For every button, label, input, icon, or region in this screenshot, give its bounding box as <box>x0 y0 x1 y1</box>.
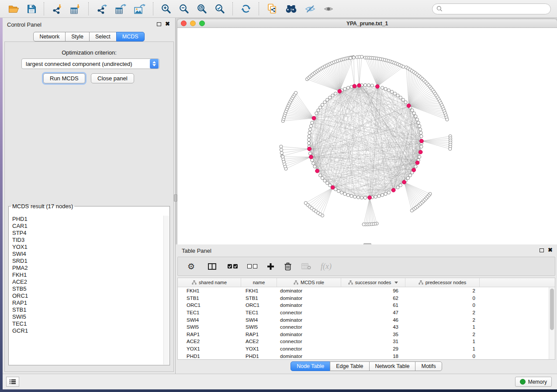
export-table-button[interactable] <box>113 1 129 16</box>
mcds-result-item[interactable]: STP4 <box>9 230 164 237</box>
export-table-icon <box>115 4 126 14</box>
mcds-result-item[interactable]: SRD1 <box>9 258 164 265</box>
table-cell: TEC1 <box>241 310 277 315</box>
zoom-selected-button[interactable] <box>212 1 228 16</box>
mcds-result-item[interactable]: SWI4 <box>9 251 164 258</box>
unchecked-box-icon <box>253 264 257 268</box>
mcds-result-item[interactable]: PMA2 <box>9 265 164 272</box>
toolbar-separator <box>232 2 233 15</box>
zoom-fit-button[interactable] <box>194 1 210 16</box>
mcds-result-item[interactable]: PHD1 <box>9 216 164 223</box>
close-window-icon[interactable] <box>181 21 187 26</box>
column-header-label: name <box>253 280 265 285</box>
table-row[interactable]: SWI4SWI4dominator462 <box>178 316 555 323</box>
open-session-button[interactable] <box>6 1 22 16</box>
list-icon <box>9 379 16 385</box>
mcds-result-item[interactable]: GCR1 <box>9 327 164 334</box>
mcds-result-item[interactable]: STB1 <box>9 306 164 313</box>
table-tabs: Node TableEdge TableNetwork TableMotifs <box>176 361 557 371</box>
optimization-criterion-select[interactable]: largest connected component (undirected) <box>21 58 159 69</box>
mcds-result-item[interactable]: SWI5 <box>9 313 164 320</box>
apply-layout-button[interactable] <box>238 1 254 16</box>
tab-node-table[interactable]: Node Table <box>291 361 330 371</box>
unselect-all-columns-button[interactable] <box>246 262 259 270</box>
mcds-result-title: MCDS result (17 nodes) <box>11 203 74 210</box>
import-table-button[interactable] <box>68 1 83 16</box>
save-session-button[interactable] <box>24 1 39 16</box>
network-graph[interactable] <box>177 28 557 245</box>
minimize-window-icon[interactable] <box>190 21 196 26</box>
close-panel-button[interactable]: Close panel <box>91 73 134 83</box>
tab-motifs[interactable]: Motifs <box>415 361 442 371</box>
table-cell: 2 <box>405 288 480 293</box>
mcds-result-item[interactable]: YOX1 <box>9 244 164 251</box>
split-divider-handle[interactable] <box>174 194 177 202</box>
tab-style[interactable]: Style <box>65 32 90 41</box>
mcds-result-item[interactable]: FKH1 <box>9 272 164 279</box>
close-panel-icon[interactable]: ✖ <box>548 248 553 252</box>
table-cell: connector <box>277 324 341 330</box>
delete-column-button[interactable] <box>282 260 294 272</box>
column-header-label: predecessor nodes <box>426 280 467 285</box>
table-row[interactable]: TEC1TEC1connector472 <box>178 309 555 316</box>
column-header-shared-name[interactable]: shared name <box>178 278 241 287</box>
tab-mcds[interactable]: MCDS <box>116 32 145 41</box>
search-input[interactable] <box>445 5 547 12</box>
new-network-from-selection-button[interactable] <box>264 1 280 16</box>
toolbar-separator <box>259 2 259 15</box>
tab-network[interactable]: Network <box>33 32 66 41</box>
maximize-window-icon[interactable] <box>199 21 205 26</box>
column-header-MCDS-role[interactable]: MCDS role <box>277 278 341 287</box>
table-row[interactable]: SWI5SWI5connector431 <box>178 323 555 331</box>
create-column-button[interactable] <box>265 261 276 272</box>
zoom-in-button[interactable] <box>159 1 174 16</box>
mcds-result-item[interactable]: ORC1 <box>9 292 164 299</box>
export-network-button[interactable] <box>94 1 110 16</box>
zoom-out-icon <box>179 4 189 14</box>
application-window: Control Panel ✖ NetworkStyleSelectMCDS O… <box>3 0 557 389</box>
close-panel-icon[interactable]: ✖ <box>165 22 170 26</box>
mcds-result-item[interactable]: CAR1 <box>9 223 164 230</box>
table-row[interactable]: YOX1YOX1connector291 <box>178 345 555 353</box>
first-neighbors-button[interactable] <box>283 1 300 16</box>
mcds-result-item[interactable]: RAP1 <box>9 299 164 306</box>
mcds-result-list[interactable]: PHD1CAR1STP4TID3YOX1SWI4SRD1PMA2FKH1ACE2… <box>9 216 164 364</box>
tab-network-table[interactable]: Network Table <box>369 361 416 371</box>
zoom-out-button[interactable] <box>176 1 192 16</box>
float-panel-icon[interactable] <box>540 248 544 252</box>
table-row[interactable]: ACE2ACE2connector311 <box>178 338 555 345</box>
result-list-scrollbar[interactable] <box>163 216 169 364</box>
mcds-result-item[interactable]: TID3 <box>9 237 164 244</box>
table-row[interactable]: FKH1FKH1dominator962 <box>178 287 555 295</box>
table-row[interactable]: PHD1PHD1dominator180 <box>178 352 555 360</box>
table-row[interactable]: ORC1ORC1dominator610 <box>178 302 555 309</box>
checked-box-icon <box>233 264 238 268</box>
column-header-name[interactable]: name <box>241 278 277 287</box>
export-image-button[interactable] <box>131 1 148 16</box>
toggle-column-view-button[interactable] <box>206 261 218 272</box>
table-row[interactable]: STB1STB1dominator620 <box>178 295 555 302</box>
hide-selection-button[interactable] <box>302 1 318 16</box>
table-row[interactable]: RAP1RAP1dominator352 <box>178 331 555 338</box>
tab-select[interactable]: Select <box>89 32 117 41</box>
mcds-result-item[interactable]: STB5 <box>9 285 164 292</box>
memory-button[interactable]: Memory <box>515 377 552 387</box>
mcds-result-item[interactable]: ACE2 <box>9 279 164 285</box>
table-scrollbar[interactable] <box>549 287 555 359</box>
table-settings-button[interactable]: ⚙ <box>186 261 197 272</box>
tab-edge-table[interactable]: Edge Table <box>330 361 369 371</box>
select-all-columns-button[interactable] <box>226 262 239 270</box>
column-header-predecessor-nodes[interactable]: predecessor nodes <box>405 278 480 287</box>
network-canvas[interactable] <box>177 28 557 245</box>
run-mcds-button[interactable]: Run MCDS <box>43 73 85 83</box>
show-log-button[interactable] <box>6 377 19 387</box>
folder-open-icon <box>8 4 19 14</box>
column-header-successor-nodes[interactable]: successor nodes <box>341 278 405 287</box>
import-network-button[interactable] <box>49 1 65 16</box>
table-cell: RAP1 <box>241 332 277 337</box>
network-window-titlebar[interactable]: YPA_prune.txt_1 <box>177 19 557 28</box>
export-image-icon <box>134 4 145 14</box>
mcds-result-item[interactable]: TEC1 <box>9 320 164 327</box>
table-scrollbar-thumb[interactable] <box>550 289 554 330</box>
float-panel-icon[interactable] <box>157 22 161 26</box>
